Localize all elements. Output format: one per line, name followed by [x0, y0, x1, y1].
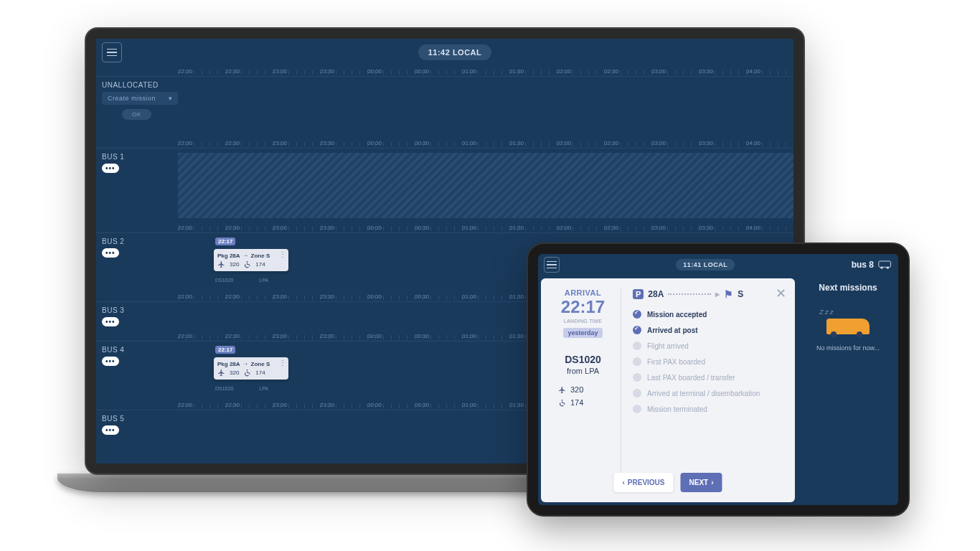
more-icon[interactable]: ⋮ [279, 253, 286, 255]
mission-step: Flight arrived [633, 342, 783, 350]
parking-badge: P [633, 289, 644, 299]
flag-icon: ⚑ [724, 288, 733, 300]
mission-card[interactable]: ⋮Pkg 28A → Zone S320174 [214, 357, 288, 380]
mission-detail-panel: ✕ ARRIVAL 22:17 LANDING TIME yesterday D… [541, 278, 795, 502]
steps-column: P 28A ▸ ⚑ S Mission acceptedArrived at p… [621, 288, 783, 492]
arrow-icon: ▸ [715, 289, 720, 299]
flight-number: DS1020 [552, 354, 613, 365]
lane-chat-indicator[interactable]: ••• [102, 248, 119, 258]
circle-icon [633, 357, 641, 366]
route-row: P 28A ▸ ⚑ S [633, 288, 783, 300]
lane-unallocated: UNALLOCATED Create mission ▾ OK [96, 76, 793, 138]
lane-chat-indicator[interactable]: ••• [102, 164, 119, 173]
unavailable-block [178, 153, 793, 218]
clock-pill: 11:42 LOCAL [418, 44, 492, 60]
next-missions-heading: Next missions [804, 283, 892, 293]
step-label: Mission accepted [647, 311, 707, 319]
mission-step: Last PAX boarded / transfer [633, 373, 783, 382]
route-from: 28A [648, 289, 664, 299]
next-button[interactable]: NEXT › [681, 473, 722, 492]
mission-time-tag: 22:17 [215, 346, 235, 354]
chevron-down-icon: ▾ [169, 95, 173, 102]
pax-wheel-count: 174 [570, 398, 583, 407]
arrival-column: ARRIVAL 22:17 LANDING TIME yesterday DS1… [552, 288, 621, 492]
time-ruler: 22:0022:3023:0023:3000:0000:3001:0001:30… [96, 66, 793, 76]
tablet-header: 11:41 LOCAL bus 8 [538, 254, 898, 276]
circle-icon [633, 389, 641, 397]
plane-icon [558, 386, 566, 394]
no-missions-text: No missions for now... [804, 344, 892, 352]
svg-point-1 [247, 369, 248, 371]
check-icon [633, 310, 641, 319]
lane-chat-indicator[interactable]: ••• [102, 357, 119, 366]
route-to: S [738, 289, 743, 299]
lane-label: BUS 3 [102, 306, 172, 314]
mission-card[interactable]: ⋮Pkg 28A → Zone S320174 [214, 249, 288, 271]
ok-button[interactable]: OK [122, 109, 151, 120]
tablet-device: 11:41 LOCAL bus 8 ✕ ARRIVAL 22:17 LANDIN… [528, 244, 908, 515]
arrival-heading: ARRIVAL [552, 288, 613, 297]
landing-label: LANDING TIME [552, 319, 613, 324]
step-label: Flight arrived [647, 342, 689, 350]
lane-label: BUS 4 [102, 346, 172, 354]
lane-row: BUS 1••• [96, 148, 793, 222]
circle-icon [633, 342, 641, 350]
step-label: First PAX boarded [647, 358, 705, 366]
mission-step: First PAX boarded [633, 357, 783, 366]
mission-step: Mission accepted [633, 310, 783, 319]
mission-step: Mission terminated [633, 405, 783, 413]
chevron-right-icon: › [711, 479, 713, 486]
svg-point-4 [887, 267, 889, 269]
mission-step: Arrived at terminal / disembarkation [633, 389, 783, 397]
close-icon[interactable]: ✕ [776, 286, 786, 301]
previous-button[interactable]: ‹ PREVIOUS [613, 473, 673, 492]
svg-point-5 [562, 399, 563, 400]
mission-step: Arrived at post [633, 326, 783, 334]
step-label: Arrived at terminal / disembarkation [647, 390, 760, 397]
flight-origin: from LPA [552, 367, 613, 375]
lane-chat-indicator[interactable]: ••• [102, 425, 119, 435]
chevron-left-icon: ‹ [622, 479, 624, 486]
bus-icon [878, 260, 892, 270]
menu-button[interactable] [544, 257, 560, 273]
time-ruler: 22:0022:3023:0023:3000:0000:3001:0001:30… [96, 138, 793, 148]
lane-chat-indicator[interactable]: ••• [102, 317, 119, 326]
bus-label: bus 8 [852, 260, 874, 270]
lane-label: BUS 5 [102, 415, 172, 423]
day-badge: yesterday [563, 328, 602, 338]
time-ruler: 22:0022:3023:0023:3000:0000:3001:0001:30… [96, 222, 793, 232]
circle-icon [633, 405, 641, 413]
desktop-header: 11:42 LOCAL [96, 39, 793, 66]
svg-point-0 [247, 261, 248, 263]
mission-sublabels: DS1020LPA [215, 278, 268, 283]
menu-button[interactable] [102, 42, 122, 62]
wheelchair-icon [558, 399, 566, 407]
sleeping-bus-illustration: Z z z [824, 313, 872, 337]
pax-plane-count: 320 [570, 385, 583, 394]
step-label: Last PAX boarded / transfer [647, 374, 735, 382]
arrival-time: 22:17 [552, 297, 613, 317]
step-label: Arrived at post [647, 326, 698, 334]
tablet-screen: 11:41 LOCAL bus 8 ✕ ARRIVAL 22:17 LANDIN… [538, 254, 898, 505]
lane-label: UNALLOCATED [102, 81, 172, 89]
svg-point-3 [880, 267, 882, 269]
lane-label: BUS 1 [102, 153, 172, 161]
clock-pill: 11:41 LOCAL [676, 259, 735, 270]
step-label: Mission terminated [647, 405, 707, 413]
circle-icon [633, 373, 641, 382]
next-missions-panel: Next missions Z z z No missions for now.… [798, 276, 898, 505]
mission-sublabels: DS1020LPA [215, 386, 268, 391]
svg-rect-2 [879, 261, 891, 267]
more-icon[interactable]: ⋮ [279, 362, 286, 364]
create-mission-dropdown[interactable]: Create mission ▾ [102, 92, 178, 105]
check-icon [633, 326, 641, 334]
lane-label: BUS 2 [102, 237, 172, 245]
mission-time-tag: 22:17 [215, 237, 235, 245]
